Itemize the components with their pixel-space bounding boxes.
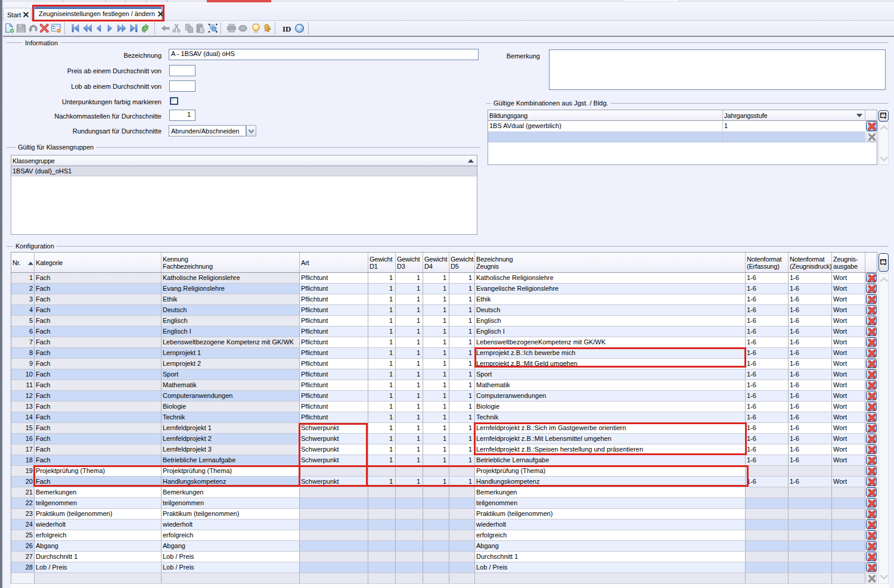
- konfiguration-cell-d4[interactable]: [423, 530, 449, 540]
- konfiguration-cell-d3[interactable]: [396, 530, 423, 540]
- delete-row-button[interactable]: [866, 541, 877, 550]
- konfiguration-cell-bezeichnung[interactable]: Lernprojekt z.B.:Mit Geld umgehen: [475, 359, 746, 369]
- delete-row-button[interactable]: [866, 434, 877, 443]
- konfiguration-cell-d5[interactable]: 1: [449, 402, 475, 412]
- konfiguration-cell-d5[interactable]: [449, 509, 475, 519]
- konfiguration-col-bezeichnung[interactable]: BezeichnungZeugnis: [475, 253, 746, 272]
- konfiguration-cell-d4[interactable]: 1: [423, 477, 449, 487]
- konfiguration-cell-d4[interactable]: 1: [423, 316, 449, 326]
- konfiguration-cell-d3[interactable]: 1: [396, 412, 423, 422]
- konfiguration-cell-nf_druck[interactable]: 1-6: [789, 391, 832, 401]
- delete-row-button-disabled[interactable]: [866, 573, 877, 583]
- konfiguration-cell-bezeichnung[interactable]: Lernfeldprojekt z.B.:Sich im Gastgewerbe…: [475, 423, 746, 433]
- konfiguration-cell-kennung[interactable]: Betriebliche Lernaufgabe: [162, 455, 300, 465]
- konfiguration-col-nf_druck[interactable]: Notenformat(Zeugnisdruck): [789, 253, 832, 272]
- konfiguration-cell-ausgabe[interactable]: [832, 562, 865, 573]
- konfiguration-cell-bezeichnung[interactable]: Deutsch: [475, 305, 746, 315]
- konfiguration-cell-art[interactable]: [300, 530, 368, 540]
- help-icon[interactable]: ?: [294, 23, 305, 33]
- konfiguration-cell-d5[interactable]: 1: [449, 305, 475, 315]
- konfiguration-scrollbar[interactable]: [879, 273, 889, 584]
- konfiguration-cell-art[interactable]: [300, 498, 368, 508]
- konfiguration-cell-d4[interactable]: 1: [423, 369, 449, 379]
- konfiguration-cell-kategorie[interactable]: Durchschnitt 1: [35, 552, 162, 562]
- delete-row-button[interactable]: [866, 487, 877, 497]
- konfiguration-cell-empty[interactable]: [789, 573, 832, 583]
- konfiguration-cell-d1[interactable]: [368, 541, 396, 551]
- konfiguration-cell-nf_druck[interactable]: [789, 519, 832, 530]
- konfiguration-cell-bezeichnung[interactable]: LebensweltbezogeneKompetenz mit GK/WK: [475, 337, 746, 347]
- konfiguration-cell-kennung[interactable]: Katholische Religionslehre: [162, 273, 300, 283]
- tab-zeugniseinstellungen[interactable]: Zeugniseinstellungen festlegen / ändern: [34, 6, 162, 21]
- konfiguration-cell-bezeichnung[interactable]: Sport: [475, 369, 746, 379]
- nav-fast-prev-icon[interactable]: [82, 23, 92, 33]
- konfiguration-cell-art[interactable]: Schwerpunkt: [300, 434, 368, 444]
- konfiguration-column-chooser-button[interactable]: [879, 253, 889, 272]
- konfiguration-cell-kennung[interactable]: Lebensweltbezogene Kompetenz mit GK/WK: [162, 337, 300, 347]
- konfiguration-cell-d1[interactable]: 1: [368, 402, 396, 412]
- konfiguration-cell-nr[interactable]: 5: [11, 316, 35, 326]
- konfiguration-cell-kennung[interactable]: Computeranwendungen: [162, 391, 300, 401]
- konfiguration-cell-d5[interactable]: 1: [449, 369, 475, 379]
- konfiguration-cell-d5[interactable]: [449, 519, 475, 530]
- konfiguration-cell-nf_druck[interactable]: 1-6: [789, 326, 832, 337]
- konfiguration-cell-bezeichnung[interactable]: Mathematik: [475, 380, 746, 390]
- konfiguration-cell-d1[interactable]: 1: [368, 444, 396, 455]
- konfiguration-cell-nf_erfassung[interactable]: 1-6: [746, 294, 789, 304]
- konfiguration-cell-nf_druck[interactable]: 1-6: [789, 434, 832, 444]
- konfiguration-cell-nr[interactable]: 7: [11, 337, 35, 347]
- nav-prev-icon[interactable]: [94, 23, 104, 33]
- konfiguration-cell-kategorie[interactable]: Fach: [35, 434, 162, 444]
- konfiguration-cell-d4[interactable]: 1: [423, 402, 449, 412]
- konfiguration-cell-d5[interactable]: 1: [449, 423, 475, 433]
- delete-row-button[interactable]: [866, 455, 877, 465]
- delete-row-button[interactable]: [866, 509, 877, 518]
- konfiguration-cell-empty[interactable]: [423, 573, 449, 583]
- konfiguration-cell-ausgabe[interactable]: [832, 541, 865, 551]
- konfiguration-cell-art[interactable]: [300, 509, 368, 519]
- konfiguration-cell-nf_druck[interactable]: [789, 562, 832, 573]
- konfiguration-cell-d5[interactable]: 1: [449, 391, 475, 401]
- preis-input[interactable]: [169, 65, 195, 76]
- konfiguration-cell-d1[interactable]: [368, 562, 396, 573]
- konfiguration-cell-d1[interactable]: 1: [368, 294, 396, 304]
- konfiguration-cell-bezeichnung[interactable]: Biologie: [475, 402, 746, 412]
- konfiguration-cell-art[interactable]: Pflichtunt: [300, 284, 368, 294]
- konfiguration-cell-bezeichnung[interactable]: Bemerkungen: [475, 487, 746, 497]
- konfiguration-cell-d3[interactable]: 1: [396, 273, 423, 283]
- konfiguration-cell-kennung[interactable]: wiederholt: [162, 519, 300, 530]
- konfiguration-cell-d3[interactable]: 1: [396, 294, 423, 304]
- konfiguration-cell-d3[interactable]: 1: [396, 348, 423, 358]
- konfiguration-cell-kennung[interactable]: Biologie: [162, 402, 300, 412]
- konfiguration-cell-d1[interactable]: 1: [368, 273, 396, 283]
- konfiguration-cell-art[interactable]: Pflichtunt: [300, 326, 368, 337]
- bezeichnung-input[interactable]: A - 1BSAV (dual) oHS: [169, 49, 479, 60]
- konfiguration-cell-d1[interactable]: 1: [368, 412, 396, 422]
- unterpunktungen-checkbox[interactable]: [170, 97, 178, 105]
- konfiguration-cell-ausgabe[interactable]: Wort: [832, 477, 865, 487]
- konfiguration-cell-d1[interactable]: [368, 509, 396, 519]
- konfiguration-cell-kennung[interactable]: Lernfeldprojekt 2: [162, 434, 300, 444]
- konfiguration-cell-ausgabe[interactable]: Wort: [832, 391, 865, 401]
- konfiguration-cell-nr[interactable]: 18: [11, 455, 35, 465]
- konfiguration-cell-kategorie[interactable]: Fach: [35, 391, 162, 401]
- konfiguration-cell-kategorie[interactable]: Fach: [35, 455, 162, 465]
- konfiguration-cell-empty[interactable]: [449, 573, 475, 583]
- konfiguration-cell-ausgabe[interactable]: Wort: [832, 337, 865, 347]
- konfiguration-cell-d5[interactable]: [449, 498, 475, 508]
- id-button[interactable]: ID: [283, 24, 291, 34]
- konfiguration-cell-d3[interactable]: [396, 498, 423, 508]
- konfiguration-cell-nf_erfassung[interactable]: 1-6: [746, 369, 789, 379]
- konfiguration-cell-d4[interactable]: 1: [423, 348, 449, 358]
- konfiguration-cell-kennung[interactable]: Lernprojekt 1: [162, 348, 300, 358]
- konfiguration-cell-kategorie[interactable]: Projektprüfung (Thema): [35, 466, 162, 476]
- konfiguration-cell-d3[interactable]: [396, 541, 423, 551]
- konfiguration-cell-nf_druck[interactable]: 1-6: [789, 455, 832, 465]
- konfiguration-cell-empty[interactable]: [746, 573, 789, 583]
- konfiguration-cell-nr[interactable]: 16: [11, 434, 35, 444]
- konfiguration-cell-kategorie[interactable]: erfolgreich: [35, 530, 162, 540]
- delete-row-button[interactable]: [866, 562, 877, 572]
- konfiguration-cell-d1[interactable]: 1: [368, 380, 396, 390]
- konfiguration-cell-nr[interactable]: 9: [11, 359, 35, 369]
- konfiguration-cell-nf_druck[interactable]: 1-6: [789, 359, 832, 369]
